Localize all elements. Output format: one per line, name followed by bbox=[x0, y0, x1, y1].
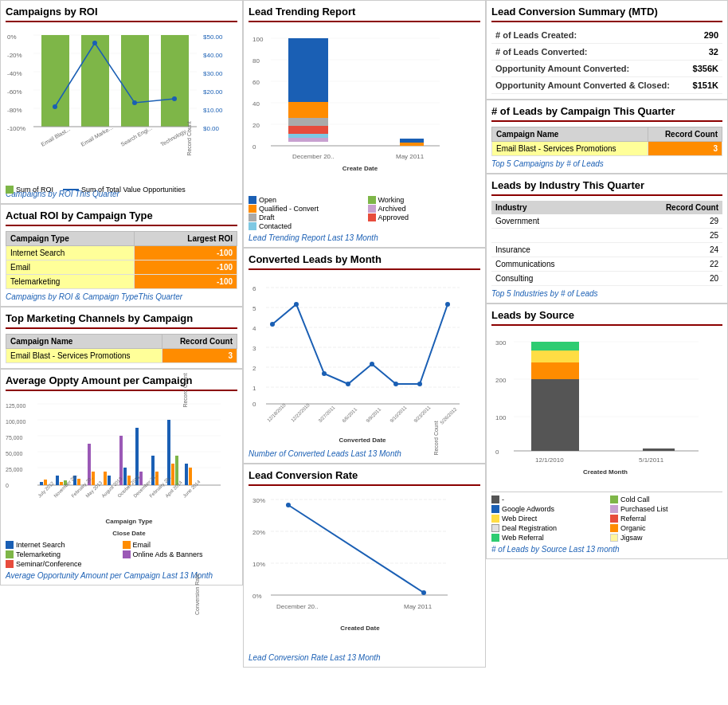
svg-text:0: 0 bbox=[252, 143, 256, 151]
svg-text:0: 0 bbox=[495, 448, 499, 456]
avg-oppty-title: Average Oppty Amount per Campaign bbox=[6, 374, 237, 391]
roi-legend: Sum of ROI Sum of Total Value Opportunit… bbox=[6, 186, 237, 194]
legend-jigsaw: Jigsaw bbox=[610, 534, 722, 542]
svg-text:9/10/2011: 9/10/2011 bbox=[389, 405, 409, 424]
svg-text:12/1/2010: 12/1/2010 bbox=[535, 456, 564, 464]
legend-purchased-list-box bbox=[610, 505, 618, 513]
avg-oppty-svg: 125,000 100,000 75,000 50,000 25,000 0 A… bbox=[6, 396, 229, 535]
legend-internet-box bbox=[6, 541, 14, 549]
svg-text:12/22/2010: 12/22/2010 bbox=[290, 402, 311, 423]
legend-online-ads: Online Ads & Banners bbox=[123, 550, 238, 558]
svg-point-121 bbox=[346, 382, 350, 386]
svg-text:5/26/2012: 5/26/2012 bbox=[439, 406, 458, 425]
svg-text:Create Date: Create Date bbox=[342, 165, 378, 172]
svg-text:100,000: 100,000 bbox=[6, 419, 25, 425]
col-industry: Industry bbox=[491, 201, 613, 214]
svg-text:Record Count: Record Count bbox=[182, 373, 188, 407]
table-row: Insurance 24 bbox=[491, 243, 722, 257]
svg-text:9/9/2011: 9/9/2011 bbox=[366, 406, 382, 423]
svg-text:75,000: 75,000 bbox=[6, 435, 23, 441]
legend-online-ads-label: Online Ads & Banners bbox=[133, 550, 203, 558]
summary-value: $151K bbox=[687, 77, 722, 94]
svg-text:0%: 0% bbox=[7, 33, 17, 41]
converted-leads-panel: Converted Leads by Month 6 5 4 3 2 1 0 R… bbox=[243, 248, 486, 464]
svg-text:300: 300 bbox=[495, 339, 507, 347]
svg-text:-60%: -60% bbox=[7, 88, 22, 96]
lead-trending-chart: 100 80 60 40 20 0 Record Count bbox=[249, 27, 480, 194]
svg-text:30%: 30% bbox=[252, 497, 265, 504]
svg-text:Close Date: Close Date bbox=[112, 530, 146, 537]
legend-jigsaw-box bbox=[610, 534, 618, 542]
actual-roi-subtitle: Campaigns by ROI & Campaign TypeThis Qua… bbox=[6, 292, 237, 301]
top-channels-title: Top Marketing Channels by Campaign bbox=[6, 312, 237, 329]
legend-deal-registration: Deal Registration bbox=[491, 524, 604, 532]
leads-by-campaign-panel: # of Leads by Campaign This Quarter Camp… bbox=[486, 100, 728, 174]
legend-google-adwords-label: Google Adwords bbox=[502, 505, 554, 513]
svg-text:3/27/2011: 3/27/2011 bbox=[318, 405, 337, 424]
legend-web-referral-box bbox=[491, 534, 499, 542]
table-row: 25 bbox=[491, 229, 722, 243]
row-count: 29 bbox=[613, 214, 722, 229]
lead-conversion-summary-title: Lead Conversion Summary (MTD) bbox=[491, 6, 722, 22]
legend-contacted-box bbox=[249, 222, 256, 230]
svg-text:Campaign Type: Campaign Type bbox=[106, 518, 154, 525]
col-campaign-name: Campaign Name bbox=[492, 127, 648, 142]
svg-text:Search Engi...: Search Engi... bbox=[119, 125, 153, 148]
svg-text:0%: 0% bbox=[252, 593, 262, 600]
avg-oppty-subtitle: Average Opportunity Amount per Campaign … bbox=[6, 571, 237, 580]
svg-text:$30.00: $30.00 bbox=[203, 70, 223, 77]
legend-seminar-box bbox=[6, 560, 14, 568]
actual-roi-panel: Actual ROI by Campaign Type Campaign Typ… bbox=[0, 204, 243, 307]
svg-rect-93 bbox=[288, 102, 328, 118]
legend-approved: Approved bbox=[368, 213, 481, 221]
svg-point-145 bbox=[421, 590, 426, 595]
svg-rect-65 bbox=[185, 464, 188, 485]
svg-text:May 2011: May 2011 bbox=[396, 153, 425, 160]
summary-row: # of Leads Converted: 32 bbox=[491, 44, 722, 61]
legend-total-val: Sum of Total Value Opportunities bbox=[63, 186, 186, 194]
lead-conversion-summary-panel: Lead Conversion Summary (MTD) # of Leads… bbox=[486, 0, 728, 100]
svg-text:Created Date: Created Date bbox=[340, 625, 380, 632]
row-value: -100 bbox=[135, 260, 237, 275]
svg-rect-159 bbox=[531, 362, 579, 379]
legend-google-adwords: Google Adwords bbox=[491, 505, 604, 513]
legend-qualified-label: Qualified - Convert bbox=[259, 205, 319, 213]
svg-point-22 bbox=[53, 104, 57, 109]
svg-rect-56 bbox=[123, 468, 127, 485]
row-name: Email Blast - Services Promotions bbox=[492, 142, 648, 156]
legend-open-box bbox=[249, 196, 256, 204]
leads-by-source-chart: 300 200 100 0 Record Count bbox=[491, 331, 722, 490]
legend-telemarketing-label: Telemarketing bbox=[16, 550, 61, 558]
legend-cold-call-box bbox=[610, 495, 618, 503]
actual-roi-title: Actual ROI by Campaign Type bbox=[6, 210, 237, 226]
leads-by-campaign-title: # of Leads by Campaign This Quarter bbox=[491, 105, 722, 122]
leads-by-industry-panel: Leads by Industry This Quarter Industry … bbox=[486, 174, 728, 304]
col-campaign-name: Campaign Name bbox=[6, 335, 162, 349]
svg-rect-46 bbox=[56, 476, 59, 485]
svg-text:$40.00: $40.00 bbox=[203, 52, 223, 59]
svg-rect-97 bbox=[288, 138, 328, 142]
row-count: 24 bbox=[613, 243, 722, 257]
svg-rect-18 bbox=[41, 35, 69, 127]
legend-internet-label: Internet Search bbox=[16, 541, 65, 549]
row-type: Internet Search bbox=[6, 246, 135, 260]
svg-point-119 bbox=[294, 302, 299, 307]
svg-rect-92 bbox=[288, 38, 328, 102]
svg-text:Converted Date: Converted Date bbox=[339, 437, 386, 444]
svg-point-118 bbox=[270, 322, 275, 327]
svg-text:-100%: -100% bbox=[7, 125, 25, 132]
svg-rect-158 bbox=[531, 379, 579, 451]
conversion-rate-panel: Lead Conversion Rate 30% 20% 10% 0% Conv… bbox=[243, 464, 486, 668]
svg-text:December 20..: December 20.. bbox=[292, 153, 334, 160]
svg-text:100: 100 bbox=[252, 36, 264, 43]
row-type: Email bbox=[6, 260, 135, 275]
leads-by-industry-table: Industry Record Count Government 29 25 I… bbox=[491, 201, 722, 286]
svg-text:3: 3 bbox=[252, 345, 256, 352]
legend-web-referral: Web Referral bbox=[491, 534, 604, 542]
legend-working-box bbox=[368, 196, 376, 204]
conversion-rate-subtitle: Lead Conversion Rate Last 13 Month bbox=[249, 653, 480, 662]
summary-label: # of Leads Converted: bbox=[491, 44, 687, 61]
lead-trending-svg: 100 80 60 40 20 0 Record Count bbox=[249, 27, 472, 186]
top-channels-table: Campaign Name Record Count Email Blast -… bbox=[6, 334, 237, 363]
svg-point-122 bbox=[370, 362, 374, 366]
